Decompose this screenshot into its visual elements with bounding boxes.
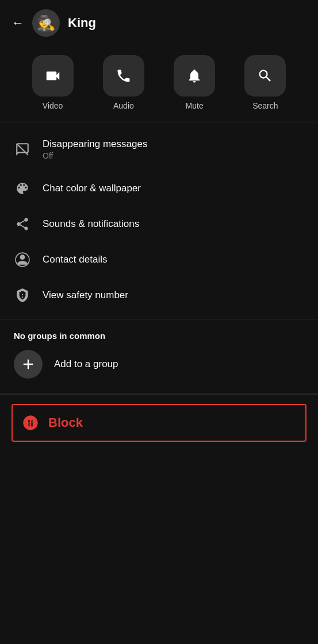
safety-number-icon [14, 288, 31, 303]
menu-item-contact-details[interactable]: Contact details [0, 242, 318, 277]
menu-item-chat-color[interactable]: Chat color & wallpaper [0, 171, 318, 206]
search-icon [257, 68, 273, 84]
block-label: Block [48, 415, 83, 430]
search-action[interactable]: Search [244, 55, 286, 110]
groups-section: No groups in common Add to a group [0, 319, 318, 394]
safety-number-text: View safety number [43, 290, 128, 301]
mute-icon [186, 68, 202, 84]
contact-details-text: Contact details [43, 254, 107, 265]
disappearing-messages-subtitle: Off [43, 151, 147, 160]
chat-color-title: Chat color & wallpaper [43, 183, 141, 194]
avatar: 🕵️ [32, 9, 60, 37]
disappearing-messages-text: Disappearing messages Off [43, 138, 147, 160]
add-group-icon [14, 350, 43, 379]
disappearing-messages-icon [14, 142, 31, 157]
video-label: Video [43, 101, 63, 110]
sounds-title: Sounds & notifications [43, 218, 139, 230]
chat-color-text: Chat color & wallpaper [43, 183, 141, 194]
video-button[interactable] [32, 55, 74, 97]
menu-item-sounds[interactable]: Sounds & notifications [0, 206, 318, 242]
groups-heading: No groups in common [14, 331, 304, 341]
mute-button[interactable] [174, 55, 215, 97]
menu-section: Disappearing messages Off Chat color & w… [0, 122, 318, 319]
search-label: Search [252, 101, 278, 110]
action-buttons-row: Video Audio Mute Search [0, 46, 318, 122]
contact-name: King [68, 16, 96, 30]
block-icon [22, 414, 39, 431]
menu-item-safety-number[interactable]: View safety number [0, 277, 318, 313]
block-button[interactable]: Block [12, 404, 306, 442]
safety-number-title: View safety number [43, 290, 128, 301]
search-button[interactable] [244, 55, 286, 97]
mute-label: Mute [186, 101, 204, 110]
audio-action[interactable]: Audio [103, 55, 144, 110]
video-icon [44, 67, 62, 84]
back-button[interactable]: ← [12, 16, 24, 30]
block-section: Block [0, 394, 318, 451]
svg-line-0 [17, 144, 28, 155]
contact-details-icon [14, 252, 31, 267]
audio-button[interactable] [103, 55, 144, 97]
video-action[interactable]: Video [32, 55, 74, 110]
contact-details-title: Contact details [43, 254, 107, 265]
add-group-label: Add to a group [54, 358, 118, 370]
menu-item-disappearing-messages[interactable]: Disappearing messages Off [0, 128, 318, 171]
sounds-icon [14, 217, 31, 232]
header: ← 🕵️ King [0, 0, 318, 46]
add-to-group-item[interactable]: Add to a group [14, 350, 304, 388]
mute-action[interactable]: Mute [174, 55, 215, 110]
avatar-emoji: 🕵️ [37, 14, 55, 32]
disappearing-messages-title: Disappearing messages [43, 138, 147, 150]
sounds-text: Sounds & notifications [43, 218, 139, 230]
chat-color-icon [14, 181, 31, 196]
audio-icon [116, 68, 132, 84]
audio-label: Audio [113, 101, 134, 110]
